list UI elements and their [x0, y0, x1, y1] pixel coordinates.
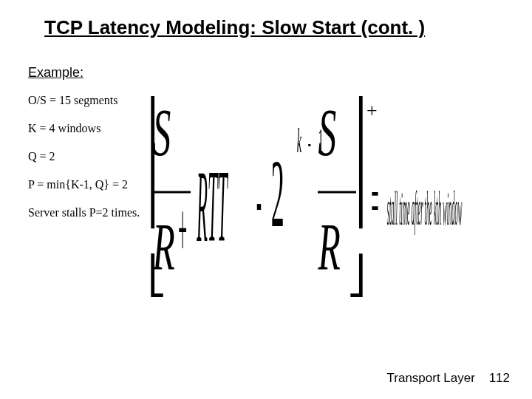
svg-text:S: S [318, 96, 337, 170]
footer-section: Transport Layer [387, 371, 475, 385]
plus-sign: + [178, 188, 187, 273]
example-label: Example: [28, 65, 198, 81]
svg-text:S: S [153, 96, 171, 170]
right-bracket-icon: ⎤ ⎦ [347, 96, 366, 298]
svg-text:-: - [308, 126, 311, 157]
base-two: 2 [271, 140, 284, 248]
footer: Transport Layer 112 [387, 371, 510, 386]
svg-text:⎦: ⎦ [347, 253, 366, 298]
footer-page-number: 112 [489, 371, 510, 385]
svg-text:k: k [297, 121, 302, 159]
svg-text:R: R [152, 210, 175, 284]
rtt-text: RTT [197, 149, 228, 264]
svg-text:R: R [318, 210, 341, 284]
rhs-stall-text: stall time after the kth window [387, 181, 463, 235]
equals-sign: = [372, 162, 379, 240]
svg-text:⎤: ⎤ [347, 96, 366, 229]
slide-title: TCP Latency Modeling: Slow Start (cont. … [44, 16, 425, 39]
minus-sign-1: - [256, 157, 262, 242]
plus-superscript: + [366, 100, 378, 121]
equation-block: ⎡ ⎣ S R + RTT - 2 k - 1 S R ⎤ ⎦ [148, 96, 517, 303]
